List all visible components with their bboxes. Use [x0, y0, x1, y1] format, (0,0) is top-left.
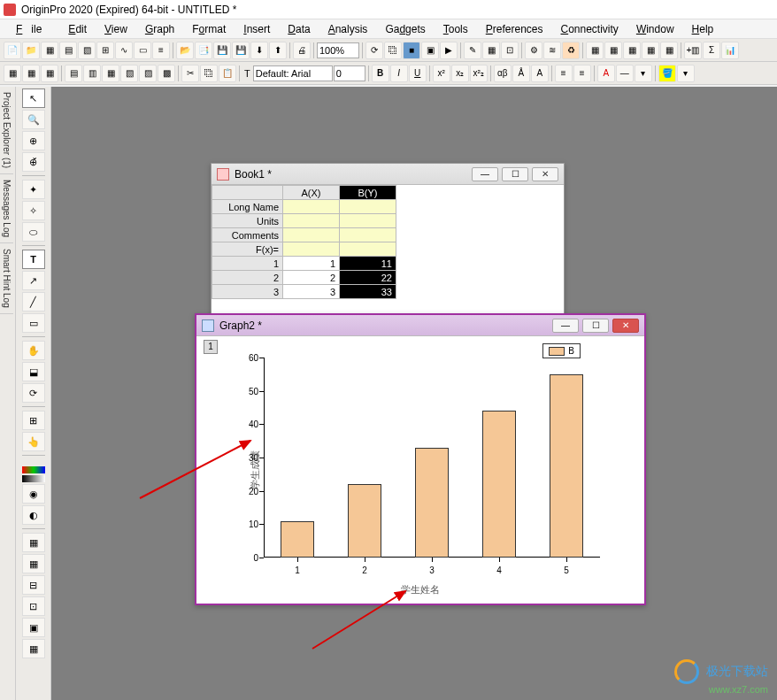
- workbook-grid[interactable]: A(X) B(Y) Long Name Units Comments F(x)=…: [212, 185, 396, 299]
- plot-area[interactable]: 010203040506012345: [264, 358, 600, 558]
- legend[interactable]: B: [542, 343, 581, 358]
- app1-button[interactable]: ▦: [586, 42, 604, 59]
- graph-close-button[interactable]: ✕: [612, 319, 639, 333]
- line-tool[interactable]: ╱: [22, 292, 45, 312]
- cut-button[interactable]: ✂: [181, 65, 199, 82]
- row-fx[interactable]: F(x)=: [212, 242, 283, 257]
- add-col-button[interactable]: +▥: [684, 42, 702, 59]
- palette-row-1[interactable]: [22, 466, 45, 473]
- export-button[interactable]: ⬆: [269, 42, 287, 59]
- new-workbook-button[interactable]: ▦: [41, 42, 58, 59]
- scale-tool[interactable]: ⬓: [22, 362, 45, 381]
- align2-button[interactable]: ≡: [573, 65, 591, 82]
- menu-data[interactable]: Data: [279, 21, 319, 37]
- new-graph-button[interactable]: ▧: [78, 42, 96, 59]
- style5-button[interactable]: ▨: [139, 65, 157, 82]
- arrow-tool[interactable]: ↗: [22, 271, 45, 290]
- rescale-tool[interactable]: 👆: [22, 432, 45, 451]
- col-header-a[interactable]: A(X): [283, 186, 340, 200]
- duplicate-button[interactable]: ⿻: [384, 42, 402, 59]
- app3-button[interactable]: ▦: [623, 42, 641, 59]
- grid2-button[interactable]: ▦: [22, 65, 40, 82]
- menu-edit[interactable]: Edit: [59, 21, 96, 37]
- slide-button[interactable]: ▣: [421, 42, 439, 59]
- font-size-combo[interactable]: [334, 65, 365, 81]
- pan-tool[interactable]: ✋: [22, 341, 45, 360]
- menu-help[interactable]: Help: [683, 21, 723, 37]
- greek-button[interactable]: αβ: [494, 65, 512, 82]
- style2-button[interactable]: ▥: [83, 65, 101, 82]
- grid3-button[interactable]: ▦: [41, 65, 58, 82]
- underline-button[interactable]: U: [409, 65, 427, 82]
- menu-connectivity[interactable]: Connectivity: [552, 21, 627, 37]
- font-name-combo[interactable]: [253, 65, 333, 81]
- italic-button[interactable]: I: [390, 65, 408, 82]
- paste-button[interactable]: 📋: [219, 65, 236, 82]
- cell-a3[interactable]: 3: [283, 285, 340, 299]
- code-builder-button[interactable]: ⚙: [525, 42, 542, 59]
- map-tool-1[interactable]: ▦: [22, 533, 45, 552]
- zoom-tool[interactable]: 🔍: [22, 110, 45, 129]
- align1-button[interactable]: ≡: [555, 65, 573, 82]
- menu-graph[interactable]: Graph: [136, 21, 183, 37]
- subscript-button[interactable]: x₂: [451, 65, 469, 82]
- map-tool-6[interactable]: ▦: [22, 639, 45, 658]
- workbook-close-button[interactable]: ✕: [532, 167, 558, 181]
- app4-button[interactable]: ▦: [642, 42, 659, 59]
- reader-tool[interactable]: ⊕: [22, 131, 45, 150]
- rotate-tool[interactable]: ⟳: [22, 383, 45, 403]
- save-template-button[interactable]: 💾: [232, 42, 250, 59]
- line-color-button[interactable]: —: [616, 65, 634, 82]
- menu-format[interactable]: Format: [183, 21, 235, 37]
- video-button[interactable]: ▶: [440, 42, 458, 59]
- grid1-button[interactable]: ▦: [4, 65, 21, 82]
- style1-button[interactable]: ▤: [65, 65, 82, 82]
- stats-button[interactable]: 📊: [721, 42, 739, 59]
- app2-button[interactable]: ▦: [604, 42, 622, 59]
- copy-button[interactable]: ⿻: [200, 65, 218, 82]
- cell-a1[interactable]: 1: [283, 257, 340, 271]
- project-explorer-tab[interactable]: Project Explorer (1): [0, 87, 13, 174]
- style3-button[interactable]: ▦: [102, 65, 119, 82]
- new-folder-button[interactable]: 📁: [22, 42, 40, 59]
- zoom-combo[interactable]: [317, 42, 359, 58]
- layer-tag[interactable]: 1: [204, 340, 218, 354]
- row-units[interactable]: Units: [212, 214, 283, 228]
- new-function-button[interactable]: ∿: [115, 42, 133, 59]
- save-button[interactable]: 💾: [213, 42, 231, 59]
- bar[interactable]: [281, 521, 314, 558]
- row-3[interactable]: 3: [212, 285, 283, 299]
- print-button[interactable]: 🖨: [293, 42, 311, 59]
- batch-button[interactable]: ≋: [543, 42, 561, 59]
- bar[interactable]: [348, 484, 381, 558]
- menu-window[interactable]: Window: [627, 21, 683, 37]
- mask-tool[interactable]: ✦: [22, 180, 45, 199]
- x-axis-label[interactable]: 学生姓名: [401, 583, 440, 596]
- cell-a2[interactable]: 2: [283, 271, 340, 285]
- menu-preferences[interactable]: Preferences: [477, 21, 552, 37]
- new-layout-button[interactable]: ▭: [134, 42, 151, 59]
- text-tool[interactable]: T: [22, 250, 45, 269]
- more2-button[interactable]: ▾: [677, 65, 695, 82]
- decrease-font-button[interactable]: A: [531, 65, 549, 82]
- tool2-button[interactable]: ⊡: [501, 42, 519, 59]
- calc-button[interactable]: Σ: [703, 42, 720, 59]
- insert-tool[interactable]: ⊞: [22, 411, 45, 430]
- menu-tools[interactable]: Tools: [435, 21, 477, 37]
- graph-titlebar[interactable]: Graph2 * — ☐ ✕: [196, 315, 644, 336]
- smart-hint-log-tab[interactable]: Smart Hint Log: [0, 243, 13, 314]
- rect-tool[interactable]: ▭: [22, 313, 45, 333]
- app5-button[interactable]: ▦: [660, 42, 678, 59]
- more1-button[interactable]: ▾: [635, 65, 652, 82]
- cell-b2[interactable]: 22: [340, 271, 396, 285]
- refresh-button[interactable]: ⟳: [365, 42, 383, 59]
- graph-maximize-button[interactable]: ☐: [582, 319, 609, 333]
- menu-file[interactable]: File: [7, 21, 59, 37]
- map-tool-5[interactable]: ▣: [22, 618, 45, 637]
- draw-tool[interactable]: ✧: [22, 201, 45, 220]
- new-project-button[interactable]: 📄: [4, 42, 21, 59]
- workbook-maximize-button[interactable]: ☐: [502, 167, 528, 181]
- messages-log-tab[interactable]: Messages Log: [0, 174, 13, 243]
- supsub-button[interactable]: x²₂: [470, 65, 488, 82]
- menu-gadgets[interactable]: Gadgets: [376, 21, 434, 37]
